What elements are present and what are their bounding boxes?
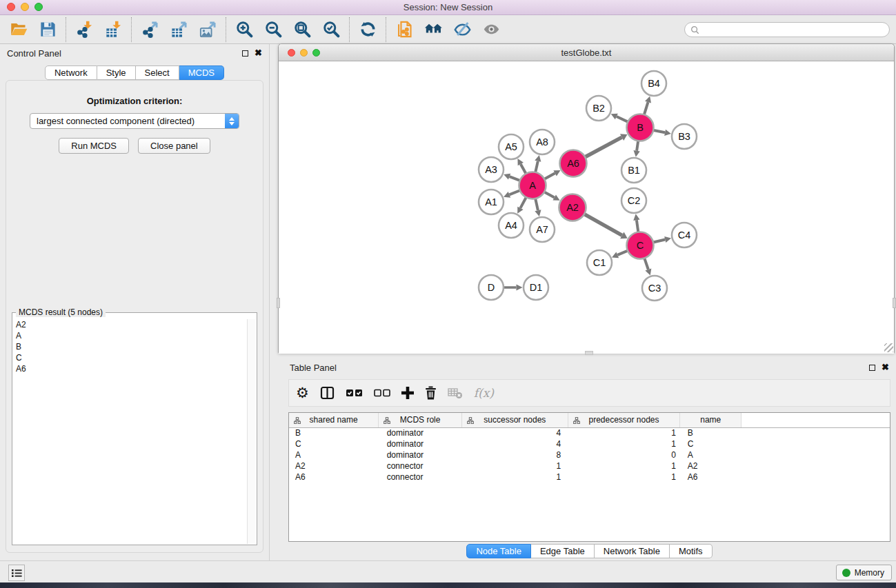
open-session-button[interactable] xyxy=(4,17,33,42)
refresh-icon xyxy=(359,20,377,39)
graph-node-A4[interactable]: A4 xyxy=(499,213,524,238)
graph-node-A7[interactable]: A7 xyxy=(530,217,555,242)
select-all-columns-button[interactable] xyxy=(346,383,363,403)
svg-text:A1: A1 xyxy=(485,196,497,207)
export-network-button[interactable] xyxy=(135,17,164,42)
table-row[interactable]: Cdominator41C xyxy=(289,438,890,449)
close-panel-icon[interactable]: ✖ xyxy=(255,50,262,57)
table-row[interactable]: A6connector11A6 xyxy=(289,472,890,483)
node-table[interactable]: shared nameMCDS rolesuccessor nodesprede… xyxy=(288,412,890,542)
network-minimize-icon[interactable] xyxy=(300,49,308,57)
splitter-handle-bottom[interactable] xyxy=(585,351,593,355)
delete-columns-button[interactable] xyxy=(425,383,437,403)
graph-node-C3[interactable]: C3 xyxy=(642,276,667,301)
column-header-predecessor-nodes[interactable]: predecessor nodes xyxy=(568,413,680,427)
network-window-traffic-lights[interactable] xyxy=(288,49,320,57)
traffic-lights[interactable] xyxy=(7,3,43,11)
splitter-handle-left[interactable] xyxy=(277,298,280,308)
criterion-dropdown[interactable]: largest connected component (directed) xyxy=(30,113,239,129)
show-eye-button[interactable] xyxy=(477,17,506,42)
graph-node-C[interactable]: C xyxy=(627,232,654,259)
splitter-handle-right[interactable] xyxy=(893,298,896,308)
mcds-result-list[interactable]: A2ABCA6 xyxy=(13,319,247,544)
mcds-result-item[interactable]: C xyxy=(13,352,247,363)
hide-glasses-button[interactable] xyxy=(448,17,477,42)
table-options-gear-button[interactable]: ⚙ xyxy=(296,383,309,403)
graph-node-B3[interactable]: B3 xyxy=(672,124,697,149)
show-columns-button[interactable] xyxy=(320,383,335,403)
close-window-icon[interactable] xyxy=(7,3,15,11)
tab-network-table[interactable]: Network Table xyxy=(595,544,670,558)
graph-node-D1[interactable]: D1 xyxy=(524,275,548,300)
tab-edge-table[interactable]: Edge Table xyxy=(531,544,595,558)
table-row[interactable]: A2connector11A2 xyxy=(289,460,890,472)
graph-node-A5[interactable]: A5 xyxy=(499,134,524,159)
graph-node-B[interactable]: B xyxy=(627,114,654,141)
control-panel-title: Control Panel xyxy=(7,48,242,59)
graph-node-D[interactable]: D xyxy=(479,275,504,300)
search-box[interactable] xyxy=(684,22,890,37)
export-network-icon xyxy=(141,20,159,39)
close-panel-button[interactable]: Close panel xyxy=(138,138,210,154)
maximize-window-icon[interactable] xyxy=(34,3,43,11)
graph-node-A[interactable]: A xyxy=(519,172,546,199)
table-row[interactable]: Bdominator41B xyxy=(289,427,890,438)
home-button[interactable] xyxy=(419,17,448,42)
import-network-button[interactable] xyxy=(70,17,99,42)
new-network-from-selection-button[interactable] xyxy=(390,17,419,42)
graph-node-A6[interactable]: A6 xyxy=(560,150,587,177)
zoom-fit-button[interactable] xyxy=(288,17,317,42)
graph-node-B2[interactable]: B2 xyxy=(586,96,611,121)
network-window-titlebar[interactable]: testGlobe.txt xyxy=(279,44,894,61)
mcds-result-item[interactable]: A xyxy=(13,330,247,341)
table-row[interactable]: Adominator80A xyxy=(289,449,890,460)
unselect-all-columns-button[interactable] xyxy=(374,383,390,403)
import-table-button[interactable] xyxy=(99,17,128,42)
network-maximize-icon[interactable] xyxy=(312,49,320,57)
tab-select[interactable]: Select xyxy=(136,65,179,80)
refresh-button[interactable] xyxy=(353,17,382,42)
tab-mcds[interactable]: MCDS xyxy=(179,65,224,80)
float-table-panel-icon[interactable] xyxy=(869,365,875,371)
close-table-panel-icon[interactable]: ✖ xyxy=(882,364,889,371)
network-canvas[interactable]: B4B2BB3A8A5A6B1A3AC2A1A2A4A7C4CC1C3DD1 xyxy=(279,61,894,354)
column-header-successor-nodes[interactable]: successor nodes xyxy=(462,413,568,427)
memory-button[interactable]: Memory xyxy=(836,565,892,580)
select-all-columns-icon xyxy=(346,389,363,397)
tab-motifs[interactable]: Motifs xyxy=(670,544,713,558)
zoom-selected-button[interactable] xyxy=(317,17,346,42)
show-panels-button[interactable] xyxy=(8,565,25,581)
graph-node-B4[interactable]: B4 xyxy=(641,71,666,96)
run-mcds-button[interactable]: Run MCDS xyxy=(59,138,129,154)
export-table-button[interactable] xyxy=(164,17,193,42)
tab-network[interactable]: Network xyxy=(45,65,97,80)
graph-node-C4[interactable]: C4 xyxy=(672,223,697,247)
minimize-window-icon[interactable] xyxy=(21,3,29,11)
graph-node-A8[interactable]: A8 xyxy=(530,130,555,154)
export-image-button[interactable] xyxy=(193,17,222,42)
graph-node-B1[interactable]: B1 xyxy=(621,158,646,183)
mcds-result-scrollbar[interactable] xyxy=(247,319,256,544)
create-column-button[interactable] xyxy=(401,383,414,403)
graph-node-A3[interactable]: A3 xyxy=(479,157,504,182)
tab-style[interactable]: Style xyxy=(97,65,136,80)
zoom-out-button[interactable] xyxy=(259,17,288,42)
tab-node-table[interactable]: Node Table xyxy=(466,544,531,558)
network-graph[interactable]: B4B2BB3A8A5A6B1A3AC2A1A2A4A7C4CC1C3DD1 xyxy=(279,61,894,354)
column-header-shared-name[interactable]: shared name xyxy=(289,413,379,427)
save-session-button[interactable] xyxy=(33,17,62,42)
float-panel-icon[interactable] xyxy=(242,50,248,57)
graph-node-C1[interactable]: C1 xyxy=(587,250,612,275)
graph-node-A1[interactable]: A1 xyxy=(479,190,504,214)
search-input[interactable] xyxy=(703,25,884,34)
column-header-MCDS-role[interactable]: MCDS role xyxy=(379,413,462,427)
column-header-name[interactable]: name xyxy=(680,413,741,427)
graph-node-C2[interactable]: C2 xyxy=(621,188,646,213)
graph-node-A2[interactable]: A2 xyxy=(559,194,586,221)
zoom-in-button[interactable] xyxy=(230,17,259,42)
mcds-result-item[interactable]: B xyxy=(13,341,247,352)
mcds-result-item[interactable]: A2 xyxy=(13,319,247,330)
resize-grip-icon[interactable] xyxy=(884,343,893,352)
network-close-icon[interactable] xyxy=(288,49,295,57)
mcds-result-item[interactable]: A6 xyxy=(13,363,247,374)
